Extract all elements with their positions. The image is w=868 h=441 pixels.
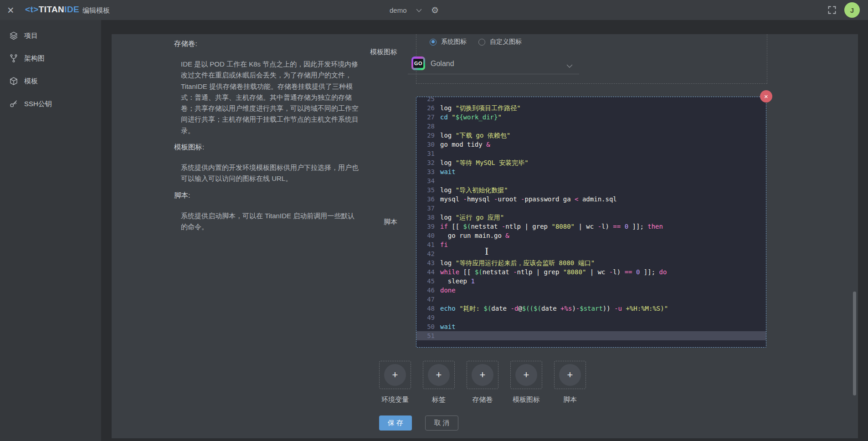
code-line: 34 (416, 176, 766, 185)
cube-icon (9, 77, 18, 86)
add-button-存储卷[interactable]: + (467, 361, 498, 389)
line-number: 33 (416, 167, 435, 176)
doc-section-title: 存储卷: (174, 39, 359, 49)
code-line: 38 log "运行 go 应用" (416, 213, 766, 222)
line-code: done (435, 286, 456, 295)
add-button-环境变量[interactable]: + (379, 361, 411, 389)
git-branch-icon (9, 54, 18, 63)
icon-select-dropdown[interactable]: GO Goland (408, 55, 579, 74)
close-icon[interactable]: × (7, 2, 14, 18)
line-code (435, 249, 440, 258)
fullscreen-icon[interactable] (827, 5, 837, 16)
plus-icon: + (515, 364, 537, 386)
radio-option[interactable]: 系统图标 (430, 38, 467, 46)
logo-prefix: <t> (25, 5, 39, 14)
code-line: 28 (416, 122, 766, 131)
code-line: 44 while [[ $(netstat -ntlp | grep "8080… (416, 267, 766, 277)
app-window: × <t>TITANIDE 编辑模板 demo ⚙ J 项目 架构图 模板 SS… (0, 0, 868, 441)
code-line: 50 wait (416, 322, 766, 331)
add-button-label: 标签 (432, 395, 446, 404)
sidebar-item-项目[interactable]: 项目 (0, 24, 101, 47)
add-button-脚本[interactable]: + (554, 361, 586, 389)
code-line: 33 wait (416, 167, 766, 176)
sidebar-item-label: 项目 (24, 31, 38, 40)
code-line: 47 (416, 295, 766, 304)
add-unit: + 脚本 (554, 361, 586, 404)
icon-type-radio-group: 系统图标 自定义图标 (430, 38, 522, 46)
line-number: 49 (416, 313, 435, 322)
sidebar-item-SSH公钥[interactable]: SSH公钥 (0, 92, 101, 115)
script-code-editor[interactable]: 25 26 log "切换到项目工作路径" 27 cd "${work_dir}… (416, 97, 766, 348)
line-number: 27 (416, 113, 435, 122)
form-actions: 保 存 取 消 (379, 415, 458, 431)
line-number: 28 (416, 122, 435, 131)
save-button[interactable]: 保 存 (379, 415, 412, 431)
chevron-down-icon (416, 6, 422, 14)
sidebar-item-模板[interactable]: 模板 (0, 70, 101, 92)
radio-option[interactable]: 自定义图标 (478, 38, 522, 46)
icon-field-label: 模板图标 (359, 48, 397, 56)
line-number: 41 (416, 240, 435, 249)
add-button-label: 模板图标 (513, 395, 540, 404)
line-number: 42 (416, 249, 435, 258)
radio-icon (478, 39, 485, 46)
add-unit: + 环境变量 (379, 361, 411, 404)
line-number: 45 (416, 277, 435, 286)
sidebar-item-label: 模板 (24, 77, 38, 86)
code-line: 32 log "等待 MySQL 安装完毕" (416, 158, 766, 167)
add-section-row: + 环境变量 + 标签 + 存储卷 + 模板图标 + 脚本 (379, 361, 586, 404)
sidebar-item-架构图[interactable]: 架构图 (0, 47, 101, 70)
line-code: while [[ $(netstat -ntlp | grep "8080" |… (435, 267, 667, 277)
sidebar: 项目 架构图 模板 SSH公钥 (0, 20, 101, 441)
add-button-label: 脚本 (563, 395, 577, 404)
line-code: wait (435, 322, 456, 331)
line-code: echo "耗时: $(date -d@$(($(date +%s)-$star… (435, 304, 668, 313)
code-line: 36 mysql -hmysql -uroot -ppassword ga < … (416, 195, 766, 204)
key-icon (9, 99, 18, 108)
doc-section-title: 模板图标: (174, 143, 359, 152)
line-number: 39 (416, 222, 435, 231)
code-line: 26 log "切换到项目工作路径" (416, 103, 766, 113)
line-code: cd "${work_dir}" (435, 113, 502, 122)
page-scrollbar[interactable] (853, 292, 856, 395)
line-number: 34 (416, 176, 435, 185)
workspace-selector[interactable]: demo (390, 0, 422, 20)
cancel-button[interactable]: 取 消 (425, 415, 458, 431)
line-code: log "切换到项目工作路径" (435, 103, 521, 113)
add-button-标签[interactable]: + (423, 361, 455, 389)
code-line: 48 echo "耗时: $(date -d@$(($(date +%s)-$s… (416, 304, 766, 313)
line-number: 32 (416, 158, 435, 167)
line-code: log "下载 go 依赖包" (435, 131, 510, 140)
line-number: 48 (416, 304, 435, 313)
docs-column: 存储卷: IDE 是以 POD 工作在 K8s 节点之上的，因此开发环境内修改过… (174, 39, 359, 232)
doc-section: 存储卷: IDE 是以 POD 工作在 K8s 节点之上的，因此开发环境内修改过… (174, 39, 359, 136)
chevron-down-icon (566, 62, 573, 70)
line-number: 43 (416, 258, 435, 267)
plus-icon: + (428, 364, 450, 386)
line-number: 35 (416, 185, 435, 195)
plus-icon: + (384, 364, 406, 386)
remove-script-button[interactable]: × (760, 90, 772, 103)
script-field-label: 脚本 (359, 218, 397, 226)
code-line: 40 go run main.go & (416, 231, 766, 240)
line-number: 38 (416, 213, 435, 222)
avatar[interactable]: J (844, 2, 860, 18)
settings-gear-icon[interactable]: ⚙ (431, 5, 439, 15)
code-line: 35 log "导入初始化数据" (416, 185, 766, 195)
line-number: 44 (416, 267, 435, 277)
app-logo: <t>TITANIDE (25, 5, 79, 15)
line-number: 30 (416, 140, 435, 149)
line-code: log "导入初始化数据" (435, 185, 508, 195)
line-code (435, 295, 440, 304)
icon-select-value: Goland (431, 60, 454, 68)
code-line: 42 (416, 249, 766, 258)
line-number: 31 (416, 149, 435, 158)
code-line: 25 (416, 97, 766, 103)
code-line: 29 log "下载 go 依赖包" (416, 131, 766, 140)
code-line: 37 (416, 204, 766, 213)
workspace-name: demo (390, 6, 407, 14)
line-code (435, 313, 440, 322)
add-unit: + 标签 (423, 361, 455, 404)
add-button-模板图标[interactable]: + (510, 361, 542, 389)
line-code: log "运行 go 应用" (435, 213, 504, 222)
